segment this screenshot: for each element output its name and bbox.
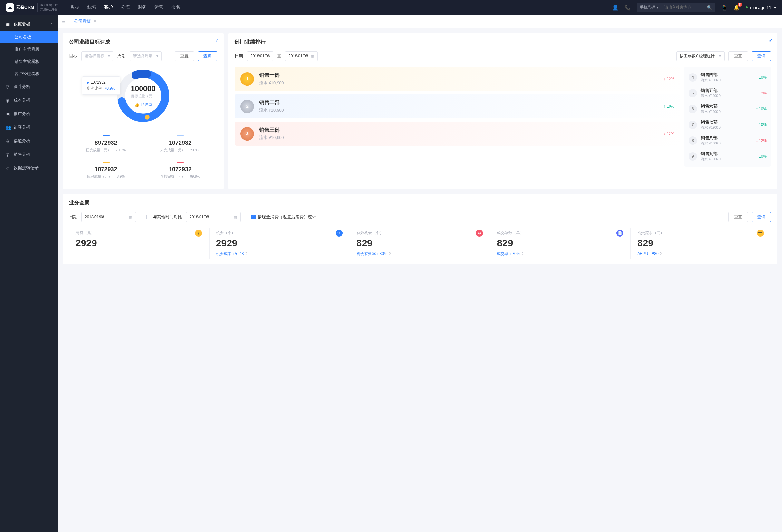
board-icon: ▦: [6, 22, 10, 27]
nav-item[interactable]: 报名: [171, 4, 180, 10]
svg-point-3: [145, 115, 149, 119]
reset-button[interactable]: 重置: [175, 51, 194, 61]
trend-icon: ↑ 10%: [756, 154, 767, 158]
collapse-sidebar-icon[interactable]: ☰: [62, 19, 66, 24]
username: manager11: [750, 5, 771, 10]
chevron-up-icon: ˄: [50, 23, 52, 26]
help-icon[interactable]: ?: [521, 252, 524, 256]
date-label: 日期: [69, 214, 77, 220]
query-button[interactable]: 查询: [198, 51, 217, 61]
chart-tooltip: 1072932 所占比例: 70.9%: [82, 76, 120, 95]
date-start-input[interactable]: 2018/01/08: [247, 51, 273, 61]
expand-icon[interactable]: ⤢: [215, 38, 218, 42]
period-select[interactable]: 请选择周期▾: [130, 51, 162, 61]
menu-icon: ▽: [6, 84, 10, 89]
help-icon[interactable]: ?: [245, 252, 248, 256]
rank-rest-row[interactable]: 9销售九部流水 ¥19020↑ 10%: [684, 148, 771, 164]
nav-item[interactable]: 线索: [87, 4, 96, 10]
sidebar-sub-item[interactable]: 推广主管看板: [0, 43, 58, 56]
rank-rest-row[interactable]: 6销售六部流水 ¥19020↑ 10%: [684, 101, 771, 117]
query-button[interactable]: 查询: [752, 212, 771, 222]
metric-card: 消费（元）💰2929: [69, 228, 210, 258]
sidebar-sub-item[interactable]: 公司看板: [0, 31, 58, 43]
donut-label: 目标总量（元）: [131, 94, 156, 99]
trend-icon: ↑ 10%: [756, 107, 767, 111]
tab-company-board[interactable]: 公司看板 ✕: [70, 15, 101, 28]
brand-sub: 教育机构一站式服务云平台: [37, 3, 58, 11]
metric-card: 有效机会（个）✪829机会有效率：80% ?: [350, 228, 491, 258]
notif-badge: 5: [738, 3, 743, 7]
nav-item[interactable]: 公海: [121, 4, 130, 10]
date-end-input[interactable]: 2018/01/08▦: [285, 51, 318, 61]
date2-input[interactable]: 2018/01/08▦: [186, 212, 241, 222]
help-icon[interactable]: ?: [389, 252, 391, 256]
nav-item[interactable]: 数据: [71, 4, 80, 10]
phone-icon[interactable]: 📞: [625, 4, 631, 11]
nav-item[interactable]: 运营: [154, 4, 164, 10]
metric-icon: ✈: [335, 229, 343, 237]
reached-badge: 👍已达成: [134, 102, 152, 107]
sidebar-item[interactable]: ⟲数据流转记录: [0, 161, 58, 175]
sidebar-sub-item[interactable]: 客户经理看板: [0, 68, 58, 80]
panel-ranking: ⤢ 部门业绩排行 日期 2018/01/08 至 2018/01/08▦ 按工单…: [228, 33, 778, 189]
search-input[interactable]: [662, 5, 704, 10]
metric-icon: 💳: [757, 229, 764, 237]
sidebar-item[interactable]: ▽漏斗分析: [0, 80, 58, 94]
period-label: 周期: [117, 53, 126, 59]
sidebar-item[interactable]: ◎销售分析: [0, 148, 58, 161]
trend-icon: ↓ 12%: [664, 132, 674, 136]
medal-icon: 1: [241, 72, 254, 86]
panel-ranking-title: 部门业绩排行: [235, 39, 771, 45]
panel-target: ⤢ 公司业绩目标达成 目标 请选择目标▾ 周期 请选择周期▾ 重置 查询 107…: [63, 33, 224, 189]
user-menu[interactable]: manager11 ▾: [746, 5, 776, 10]
chevron-down-icon: ▾: [774, 5, 776, 10]
user-icon[interactable]: 👤: [612, 4, 618, 11]
target-select[interactable]: 请选择目标▾: [81, 51, 113, 61]
rank-rest-row[interactable]: 4销售四部流水 ¥19020↑ 10%: [684, 69, 771, 85]
metric-card: 机会（个）✈2929机会成本：¥948 ?: [210, 228, 350, 258]
menu-icon: ▣: [6, 112, 10, 116]
compare-checkbox[interactable]: 与其他时间对比: [146, 214, 182, 220]
donut-chart: 100000 目标总量（元） 👍已达成: [114, 67, 172, 125]
sidebar-sub-item[interactable]: 销售主管看板: [0, 56, 58, 68]
trend-icon: ↓ 12%: [756, 138, 767, 143]
rank-rest-row[interactable]: 8销售八部流水 ¥19020↓ 12%: [684, 133, 771, 148]
stat-cell: 1072932未完成量（元）20.9%: [143, 131, 217, 157]
mobile-icon[interactable]: 📱: [721, 4, 727, 11]
afterrebate-checkbox[interactable]: 按现金消费（返点后消费）统计: [251, 214, 316, 220]
main: ☰ 公司看板 ✕ ⤢ 公司业绩目标达成 目标 请选择目标▾ 周期 请选择周期▾: [58, 15, 782, 532]
reset-button[interactable]: 重置: [728, 51, 748, 61]
medal-icon: 2: [241, 100, 254, 113]
stat-cell: 1072932超额完成（元）89.9%: [143, 157, 217, 183]
search-type-select[interactable]: 手机号码▾: [637, 5, 662, 10]
rank-rest-row[interactable]: 7销售七部流水 ¥19020↑ 10%: [684, 117, 771, 133]
logo[interactable]: ☁ 云朵CRM 教育机构一站式服务云平台: [6, 3, 58, 11]
nav-item[interactable]: 财务: [138, 4, 147, 10]
reset-button[interactable]: 重置: [728, 212, 748, 222]
expand-icon[interactable]: ⤢: [769, 38, 772, 42]
panel-overview-title: 业务全景: [69, 200, 771, 206]
tabs-bar: ☰ 公司看板 ✕: [58, 15, 782, 28]
sidebar-item[interactable]: ▣推广分析: [0, 107, 58, 120]
sidebar-item[interactable]: ♾渠道分析: [0, 134, 58, 148]
statby-select[interactable]: 按工单客户经理统计▾: [676, 51, 724, 61]
rank-rest-row[interactable]: 5销售五部流水 ¥19020↓ 12%: [684, 85, 771, 101]
sidebar-group-dashboard[interactable]: ▦ 数据看板 ˄: [0, 17, 58, 31]
stat-cell: 8972932已完成量（元）70.9%: [69, 131, 143, 157]
date1-input[interactable]: 2018/01/08▦: [81, 212, 136, 222]
query-button[interactable]: 查询: [752, 51, 771, 61]
nav-item[interactable]: 客户: [104, 4, 113, 10]
sidebar-item[interactable]: ◉成本分析: [0, 94, 58, 107]
bell-icon[interactable]: 🔔5: [733, 4, 740, 11]
top-nav: 数据线索客户公海财务运营报名: [71, 4, 180, 10]
metric-card: 成交流水（元）💳829ARPU：¥80 ?: [631, 228, 771, 258]
sidebar-item[interactable]: 👥访客分析: [0, 120, 58, 134]
rank-card[interactable]: 3销售三部流水 ¥10,900↓ 12%: [235, 121, 680, 146]
menu-icon: ⟲: [6, 166, 10, 170]
close-icon[interactable]: ✕: [94, 19, 96, 23]
calendar-icon: ▦: [234, 215, 237, 219]
rank-card[interactable]: 1销售一部流水 ¥10,900↓ 12%: [235, 67, 680, 91]
help-icon[interactable]: ?: [660, 252, 662, 256]
rank-card[interactable]: 2销售二部流水 ¥10,900↑ 10%: [235, 94, 680, 118]
search-icon[interactable]: 🔍: [704, 5, 715, 10]
